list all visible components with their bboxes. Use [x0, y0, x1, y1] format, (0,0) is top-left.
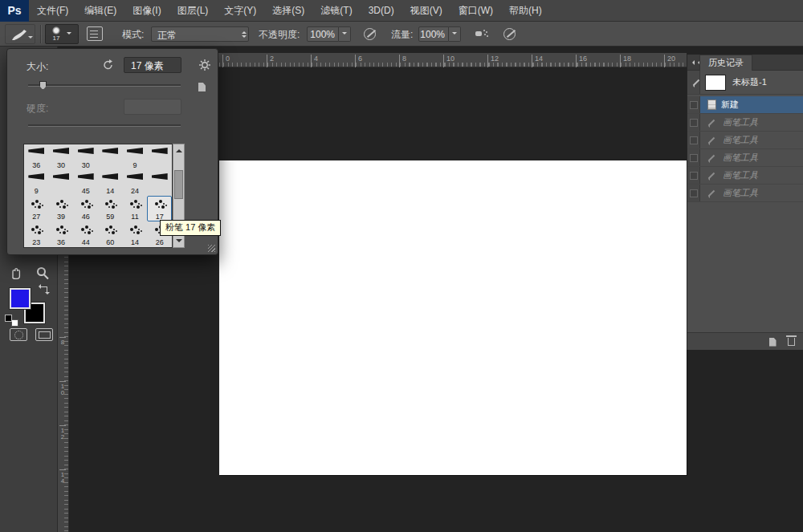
brush-preset[interactable]: 36: [49, 221, 74, 247]
history-entry-undone[interactable]: 画笔工具: [687, 149, 803, 167]
history-brush-source-cell[interactable]: [687, 96, 700, 113]
brush-tool-icon: [11, 28, 29, 41]
source-well-icon: [690, 136, 698, 144]
airbrush-icon[interactable]: [474, 26, 490, 41]
hardness-slider: [28, 124, 181, 127]
resize-grip[interactable]: [208, 245, 215, 252]
menu-view[interactable]: 视图(V): [402, 0, 450, 22]
brush-preset[interactable]: 46: [73, 196, 98, 221]
menu-image[interactable]: 图像(I): [124, 0, 169, 22]
spatter-brush-icon: [128, 199, 141, 209]
reset-size-icon[interactable]: [102, 59, 115, 71]
brush-preset[interactable]: [49, 170, 74, 196]
menu-filter[interactable]: 滤镜(T): [312, 0, 360, 22]
brush-size-label: 17: [53, 35, 60, 42]
brush-size-label: 46: [82, 213, 90, 221]
brush-preset[interactable]: 44: [73, 221, 98, 247]
spatter-brush-icon: [104, 225, 116, 235]
flow-input[interactable]: 100%: [418, 26, 449, 42]
history-brush-source-cell[interactable]: [687, 185, 700, 201]
brush-preset[interactable]: 9: [24, 170, 49, 196]
quick-mask-mode-icon[interactable]: [10, 328, 27, 341]
ruler-number: 8: [59, 337, 66, 346]
opacity-dropdown[interactable]: [339, 26, 351, 42]
source-well-icon: [690, 189, 698, 197]
history-entry-undone[interactable]: 画笔工具: [687, 167, 803, 185]
stroke-brush-icon: [102, 148, 118, 154]
menu-3d[interactable]: 3D(D): [361, 0, 402, 22]
brush-preset[interactable]: 27: [24, 196, 49, 221]
menu-help[interactable]: 帮助(H): [501, 0, 550, 22]
history-brush-source-cell[interactable]: [687, 71, 700, 94]
default-colors-icon[interactable]: [5, 315, 18, 327]
history-entry-undone[interactable]: 画笔工具: [687, 114, 803, 132]
brush-preset[interactable]: [147, 144, 172, 170]
snapshot-thumbnail[interactable]: [705, 75, 726, 91]
scroll-up-icon[interactable]: [176, 146, 182, 152]
history-entry-undone[interactable]: 画笔工具: [687, 185, 803, 202]
swap-colors-icon[interactable]: [40, 286, 47, 293]
brush-preset[interactable]: 30: [49, 144, 74, 170]
hand-tool-icon[interactable]: [8, 265, 24, 281]
brush-size-label: 44: [82, 239, 90, 246]
brush-tool-preset-button[interactable]: [5, 24, 35, 44]
ruler-number: 20: [664, 55, 675, 67]
brush-preset[interactable]: 14: [98, 170, 123, 196]
menu-file[interactable]: 文件(F): [29, 0, 76, 22]
menu-select[interactable]: 选择(S): [264, 0, 312, 22]
history-brush-source-cell[interactable]: [687, 149, 700, 166]
menu-window[interactable]: 窗口(W): [450, 0, 501, 22]
flow-dropdown[interactable]: [449, 26, 461, 42]
brush-preset[interactable]: 14: [123, 221, 148, 247]
scrollbar-thumb[interactable]: [174, 170, 183, 199]
scroll-down-icon[interactable]: [176, 239, 182, 246]
size-slider-thumb[interactable]: [39, 81, 47, 90]
brush-preset[interactable]: [147, 170, 172, 196]
menu-edit[interactable]: 编辑(E): [76, 0, 124, 22]
stroke-brush-icon: [53, 148, 69, 154]
brush-preset[interactable]: 60: [98, 221, 123, 247]
mode-select[interactable]: 正常: [151, 26, 249, 42]
brush-preset-picker-button[interactable]: 17: [45, 24, 79, 44]
stroke-brush-icon: [102, 173, 118, 180]
tab-history[interactable]: 历史记录: [699, 55, 752, 71]
gear-icon[interactable]: [198, 59, 211, 71]
opacity-input[interactable]: 100%: [307, 26, 339, 42]
opacity-label: 不透明度:: [259, 28, 300, 42]
history-entry-undone[interactable]: 画笔工具: [687, 132, 803, 149]
toggle-brush-panel-icon[interactable]: [87, 26, 103, 41]
document-canvas[interactable]: [219, 160, 687, 475]
brush-preset[interactable]: 30: [73, 144, 98, 170]
pressure-size-icon[interactable]: [503, 26, 519, 42]
zoom-tool-icon[interactable]: [37, 267, 46, 276]
history-brush-source-cell[interactable]: [687, 132, 700, 148]
brush-preset[interactable]: 36: [24, 144, 49, 170]
menu-layer[interactable]: 图层(L): [169, 0, 217, 22]
brush-preset[interactable]: 9: [123, 144, 148, 170]
delete-state-button[interactable]: [783, 335, 799, 348]
foreground-color-swatch[interactable]: [10, 288, 31, 309]
history-entry-selected[interactable]: 新建: [687, 96, 803, 114]
new-brush-preset-icon[interactable]: [198, 83, 206, 91]
brush-preset[interactable]: 24: [123, 170, 148, 196]
brush-preset[interactable]: 59: [98, 196, 123, 221]
ruler-number: 12: [487, 55, 499, 67]
brush-preset-selected[interactable]: 17: [147, 196, 172, 221]
brush-preset[interactable]: 39: [49, 196, 74, 221]
history-snapshot-row[interactable]: 未标题-1: [687, 71, 803, 95]
brush-size-label: 11: [131, 213, 138, 221]
brush-preset[interactable]: [98, 144, 123, 170]
brush-preset[interactable]: 11: [123, 196, 148, 221]
menu-type[interactable]: 文字(Y): [216, 0, 264, 22]
history-brush-source-cell[interactable]: [687, 114, 700, 131]
brush-size-input[interactable]: 17 像素: [124, 57, 181, 73]
screen-mode-icon[interactable]: [35, 328, 53, 341]
new-document-from-state-button[interactable]: [764, 335, 781, 348]
size-slider[interactable]: [28, 84, 181, 87]
history-brush-source-cell[interactable]: [687, 167, 700, 184]
brush-icon: [707, 152, 718, 164]
pressure-opacity-icon[interactable]: [363, 26, 379, 42]
brush-preset[interactable]: 45: [73, 170, 98, 196]
stroke-brush-icon: [127, 173, 143, 180]
brush-preset[interactable]: 23: [24, 221, 49, 247]
